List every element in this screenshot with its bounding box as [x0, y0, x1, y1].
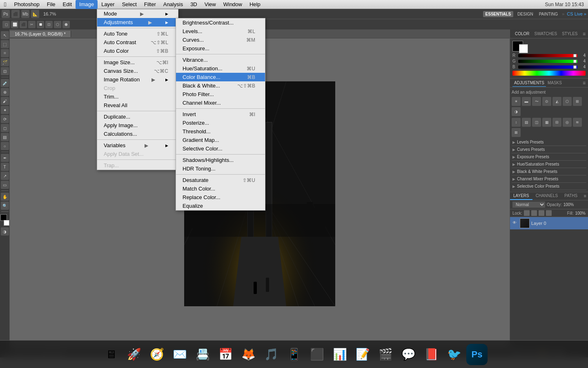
masks-tab[interactable]: MASKS [546, 79, 564, 87]
dock-word[interactable]: 📝 [352, 344, 373, 365]
red-thumb[interactable] [573, 54, 577, 57]
menu-mode[interactable]: Mode▶ [97, 9, 178, 18]
selective-color-icon[interactable]: ⊟ [552, 118, 561, 127]
opt-icon-3[interactable]: ⬛ [20, 21, 27, 28]
document-tab[interactable]: 16.7% (Layer 0, RGB/8) * [10, 31, 71, 37]
menubar-help[interactable]: Help [246, 0, 264, 9]
menubar-layer[interactable]: Layer [98, 0, 118, 9]
submenu-bw[interactable]: Black & White...⌥⇧⌘B [176, 81, 265, 90]
submenu-threshold[interactable]: Threshold... [176, 127, 265, 136]
spot-heal[interactable]: ⊕ [1, 88, 9, 96]
menu-auto-color[interactable]: Auto Color⇧⌘B [97, 47, 178, 55]
menu-calculations[interactable]: Calculations... [97, 130, 178, 138]
menubar-analysis[interactable]: Analysis [160, 0, 187, 9]
preset-curves[interactable]: ▶ Curves Presets [512, 146, 586, 153]
menubar-image[interactable]: Image [76, 0, 98, 9]
dock-firefox[interactable]: 🦊 [238, 344, 259, 365]
quick-mask[interactable]: ◑ [1, 227, 9, 236]
menubar-view[interactable]: View [201, 0, 220, 9]
toolbar-btn3[interactable]: 📐 [31, 10, 39, 18]
eyedropper-tool[interactable]: 💉 [1, 79, 9, 87]
preset-bw[interactable]: ▶ Black & White Presets [512, 168, 586, 175]
dock-safari[interactable]: 🧭 [146, 344, 167, 365]
paths-tab[interactable]: PATHS [561, 192, 581, 200]
submenu-hdrtoning[interactable]: HDR Toning... [176, 164, 265, 173]
invert-icon[interactable]: ↕ [512, 118, 521, 127]
menu-reveal-all[interactable]: Reveal All [97, 101, 178, 110]
hue-sat-icon[interactable]: ⬡ [563, 97, 572, 106]
green-thumb[interactable] [573, 60, 577, 63]
opt-icon-4[interactable]: ✂ [28, 21, 36, 28]
menu-image-size[interactable]: Image Size...⌥⌘I [97, 58, 178, 67]
background-color[interactable] [519, 44, 528, 53]
dock-contacts[interactable]: 📇 [192, 344, 213, 365]
levels-icon[interactable]: ▬ [522, 97, 531, 106]
submenu-brightness[interactable]: Brightness/Contrast... [176, 18, 265, 27]
opt-icon-1[interactable]: ◻ [2, 21, 10, 28]
submenu-equalize[interactable]: Equalize [176, 202, 265, 210]
fill-value[interactable]: 100% [575, 211, 586, 215]
brush-tool[interactable]: 🖌 [1, 97, 9, 105]
select-tool[interactable]: ⬚ [1, 40, 9, 48]
submenu-posterize[interactable]: Posterize... [176, 119, 265, 127]
curves-icon[interactable]: 〜 [532, 97, 541, 106]
layer-row[interactable]: 👁 Layer 0 [510, 217, 588, 229]
color-panel-menu[interactable]: ≡ [583, 31, 586, 37]
menubar-3d[interactable]: 3D [187, 0, 201, 9]
cs-live-button[interactable]: CS Live » [567, 11, 586, 16]
opt-icon-2[interactable]: ⬜ [11, 21, 18, 28]
menu-auto-tone[interactable]: Auto Tone⇧⌘L [97, 29, 178, 38]
lock-position-icon[interactable] [531, 210, 537, 216]
dock-acrobat[interactable]: 📕 [421, 344, 442, 365]
dock-twitter[interactable]: 🐦 [443, 344, 465, 365]
layers-panel-menu[interactable]: ≡ [582, 192, 588, 200]
submenu-photofilter[interactable]: Photo Filter... [176, 90, 265, 99]
zoom-tool[interactable]: 🔍 [1, 202, 9, 210]
submenu-selectivecolor[interactable]: Selective Color... [176, 144, 265, 153]
channel-mixer-icon[interactable]: ≋ [573, 118, 582, 127]
adjustments-tab[interactable]: ADJUSTMENTS [512, 79, 546, 87]
submenu-desaturate[interactable]: Desaturate⇧⌘U [176, 176, 265, 184]
gradient-tool[interactable]: ▤ [1, 133, 9, 141]
eraser-tool[interactable]: ◻ [1, 124, 9, 132]
bw-icon[interactable]: ◑ [512, 107, 521, 116]
submenu-curves[interactable]: Curves...⌘M [176, 36, 265, 44]
pen-tool[interactable]: ✒ [1, 154, 9, 162]
submenu-replacecolor[interactable]: Replace Color... [176, 193, 265, 202]
preset-channelmixer[interactable]: ▶ Channel Mixer Presets [512, 175, 586, 183]
submenu-channelmixer[interactable]: Channel Mixer... [176, 99, 265, 107]
dock-vlc[interactable]: 🎬 [375, 344, 396, 365]
brightness-icon[interactable]: ☀ [512, 97, 521, 106]
vibrance-icon[interactable]: ◭ [552, 97, 561, 106]
dock-iphone[interactable]: 📱 [283, 344, 305, 365]
layer-visibility-eye[interactable]: 👁 [512, 220, 518, 226]
history-brush[interactable]: ⟳ [1, 115, 9, 123]
hand-tool[interactable]: ✋ [1, 193, 9, 201]
menu-trim[interactable]: Trim... [97, 92, 178, 101]
opt-icon-6[interactable]: ⊡ [45, 21, 53, 28]
channels-tab[interactable]: CHANNELS [532, 192, 561, 200]
layers-tab[interactable]: LAYERS [510, 192, 532, 200]
dock-itunes[interactable]: 🎵 [261, 344, 282, 365]
blue-slider[interactable] [518, 65, 577, 69]
submenu-matchcolor[interactable]: Match Color... [176, 184, 265, 193]
essentials-button[interactable]: ESSENTIALS [483, 11, 514, 17]
toolbar-btn2[interactable]: Mb [21, 10, 29, 18]
color-balance-icon[interactable]: ⊞ [573, 97, 582, 106]
menubar-photoshop[interactable]: Photoshop [10, 0, 43, 9]
opt-icon-5[interactable]: 🔲 [37, 21, 44, 28]
submenu-shadowshighlights[interactable]: Shadows/Highlights... [176, 156, 265, 164]
swatches-tab[interactable]: SWATCHES [532, 31, 560, 36]
color-tab[interactable]: COLOR [512, 31, 532, 36]
stamp-tool[interactable]: ✦ [1, 106, 9, 114]
red-slider[interactable] [518, 54, 577, 57]
green-slider[interactable] [518, 60, 577, 63]
dock-terminal[interactable]: ⬛ [306, 344, 327, 365]
dock-launchpad[interactable]: 🚀 [123, 344, 145, 365]
dock-calendar[interactable]: 📅 [215, 344, 236, 365]
preset-levels[interactable]: ▶ Levels Presets [512, 139, 586, 146]
submenu-huesat[interactable]: Hue/Saturation...⌘U [176, 64, 265, 73]
bg-color[interactable] [4, 220, 9, 226]
menubar-file[interactable]: File [43, 0, 59, 9]
exposure-icon[interactable]: ⊙ [542, 97, 551, 106]
